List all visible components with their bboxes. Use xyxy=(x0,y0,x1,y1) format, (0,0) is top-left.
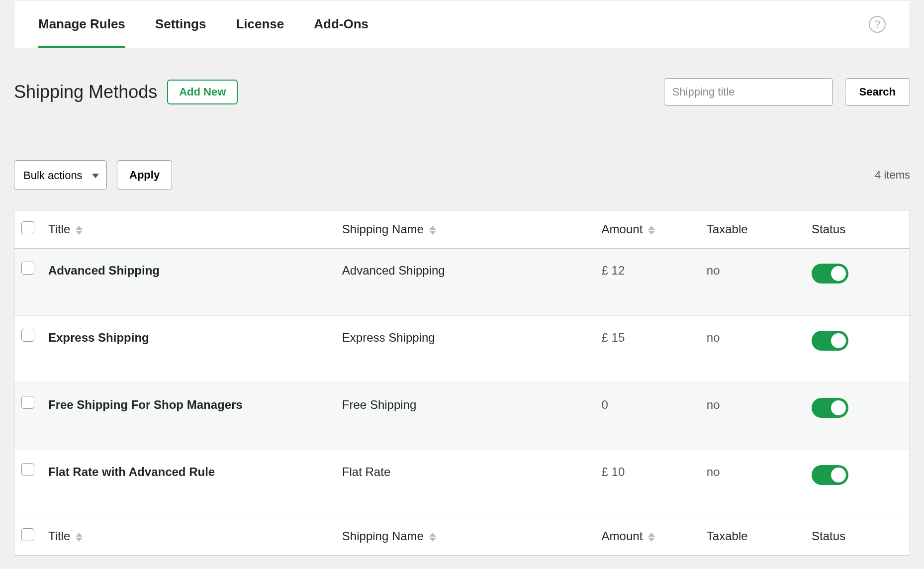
tabs-panel: Manage Rules Settings License Add-Ons ? xyxy=(14,0,910,48)
sort-icon xyxy=(429,225,437,236)
sort-icon xyxy=(75,225,83,236)
row-title[interactable]: Advanced Shipping xyxy=(41,249,335,316)
bulk-actions-wrap: Bulk actions xyxy=(14,160,107,190)
row-status-cell xyxy=(805,450,910,517)
row-checkbox[interactable] xyxy=(21,463,34,476)
page-header: Shipping Methods Add New Search xyxy=(0,48,924,106)
table-row: Express ShippingExpress Shipping£ 15no xyxy=(14,316,910,383)
items-count: 4 items xyxy=(875,169,910,182)
search-input[interactable] xyxy=(664,78,833,106)
search-group: Search xyxy=(664,78,910,106)
sort-icon xyxy=(647,225,655,236)
tabs-bar: Manage Rules Settings License Add-Ons ? xyxy=(14,0,910,48)
table-header-row: Title Shipping Name Amount Taxable Statu… xyxy=(14,210,910,249)
col-header-amount[interactable]: Amount xyxy=(595,210,700,249)
status-toggle[interactable] xyxy=(812,398,848,418)
col-header-shipping-name[interactable]: Shipping Name xyxy=(335,210,595,249)
row-amount: £ 10 xyxy=(595,450,700,517)
row-amount: £ 12 xyxy=(595,249,700,316)
select-all-checkbox-bottom[interactable] xyxy=(21,528,34,541)
status-toggle[interactable] xyxy=(812,465,848,485)
row-taxable: no xyxy=(700,450,805,517)
add-new-button[interactable]: Add New xyxy=(167,80,238,104)
bulk-actions-select[interactable]: Bulk actions xyxy=(14,160,107,190)
row-shipping-name: Flat Rate xyxy=(335,450,595,517)
page-title: Shipping Methods xyxy=(14,82,157,102)
col-footer-shipping-name[interactable]: Shipping Name xyxy=(335,517,595,556)
actions-row: Bulk actions Apply 4 items xyxy=(0,141,924,190)
row-status-cell xyxy=(805,249,910,316)
tab-add-ons[interactable]: Add-Ons xyxy=(314,0,369,48)
help-icon[interactable]: ? xyxy=(869,16,886,33)
col-footer-status: Status xyxy=(805,517,910,556)
row-shipping-name: Express Shipping xyxy=(335,316,595,383)
col-header-taxable: Taxable xyxy=(700,210,805,249)
row-status-cell xyxy=(805,316,910,383)
col-footer-title[interactable]: Title xyxy=(41,517,335,556)
shipping-methods-table: Title Shipping Name Amount Taxable Statu… xyxy=(14,210,910,556)
table-row: Flat Rate with Advanced RuleFlat Rate£ 1… xyxy=(14,450,910,517)
row-shipping-name: Free Shipping xyxy=(335,383,595,450)
sort-icon xyxy=(647,532,655,543)
row-taxable: no xyxy=(700,316,805,383)
row-shipping-name: Advanced Shipping xyxy=(335,249,595,316)
sort-icon xyxy=(429,532,437,543)
status-toggle[interactable] xyxy=(812,264,848,284)
row-taxable: no xyxy=(700,383,805,450)
table-row: Free Shipping For Shop ManagersFree Ship… xyxy=(14,383,910,450)
tab-settings[interactable]: Settings xyxy=(155,0,206,48)
row-taxable: no xyxy=(700,249,805,316)
col-header-title[interactable]: Title xyxy=(41,210,335,249)
tab-license[interactable]: License xyxy=(236,0,284,48)
select-all-checkbox-top[interactable] xyxy=(21,221,34,234)
row-checkbox[interactable] xyxy=(21,262,34,275)
row-amount: £ 15 xyxy=(595,316,700,383)
row-amount: 0 xyxy=(595,383,700,450)
row-title[interactable]: Express Shipping xyxy=(41,316,335,383)
status-toggle[interactable] xyxy=(812,331,848,351)
table-row: Advanced ShippingAdvanced Shipping£ 12no xyxy=(14,249,910,316)
row-title[interactable]: Flat Rate with Advanced Rule xyxy=(41,450,335,517)
row-status-cell xyxy=(805,383,910,450)
table-footer-row: Title Shipping Name Amount Taxable Statu… xyxy=(14,517,910,556)
apply-button[interactable]: Apply xyxy=(117,160,172,190)
row-title[interactable]: Free Shipping For Shop Managers xyxy=(41,383,335,450)
col-footer-taxable: Taxable xyxy=(700,517,805,556)
col-header-status: Status xyxy=(805,210,910,249)
search-button[interactable]: Search xyxy=(845,78,910,106)
tab-manage-rules[interactable]: Manage Rules xyxy=(38,0,125,48)
row-checkbox[interactable] xyxy=(21,396,34,409)
row-checkbox[interactable] xyxy=(21,329,34,342)
col-footer-amount[interactable]: Amount xyxy=(595,517,700,556)
sort-icon xyxy=(75,532,83,543)
